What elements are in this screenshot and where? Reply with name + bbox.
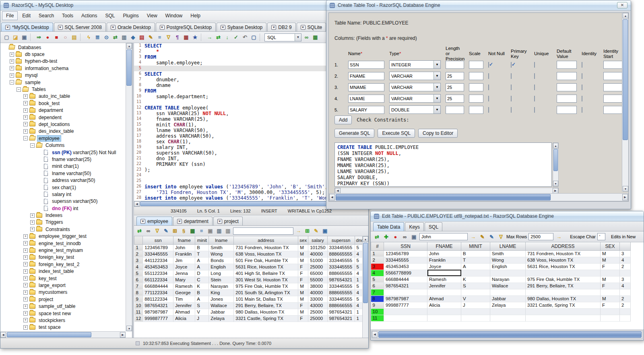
results-cell[interactable]: 333445555 <box>327 244 355 251</box>
edit-cell[interactable] <box>526 315 601 321</box>
results-cell[interactable]: King <box>209 289 234 296</box>
tree-expander-icon[interactable]: + <box>10 59 14 64</box>
scroll-down-icon[interactable]: ▼ <box>126 326 132 331</box>
scroll-left-icon[interactable]: ◀ <box>0 332 6 338</box>
edit-cell[interactable] <box>461 289 490 295</box>
edit-cell[interactable]: Narayan <box>490 276 526 283</box>
column-scale-input[interactable] <box>469 106 483 114</box>
tree-expander-icon[interactable]: + <box>23 241 28 246</box>
close-tab-icon[interactable]: ✕ <box>177 219 182 224</box>
results-row[interactable]: 1123456789JohnBSmith731 Fondren, Houston… <box>134 244 365 251</box>
column-name-input[interactable] <box>348 72 384 80</box>
edit-cell[interactable]: 3 <box>620 250 631 257</box>
column-scale-input[interactable] <box>469 83 483 91</box>
identity-checkbox[interactable] <box>582 96 582 101</box>
copy-to-editor-button[interactable]: Copy to Editor <box>418 129 458 138</box>
results-cell[interactable]: English <box>209 264 234 270</box>
tree-item[interactable]: −Tables <box>0 86 126 93</box>
results-column-header[interactable]: fname <box>173 236 195 244</box>
execute-icon[interactable]: → <box>206 33 213 41</box>
connect-icon[interactable]: ● <box>44 33 52 41</box>
edit-row-number[interactable]: 2 <box>371 257 384 263</box>
results-cell[interactable]: Smith <box>209 244 234 251</box>
refresh-icon[interactable]: ⇄ <box>373 233 381 241</box>
close-tab-icon[interactable]: ✕ <box>5 25 10 30</box>
primary-key-checkbox[interactable] <box>511 107 512 113</box>
chevron-down-icon[interactable]: ▼ <box>295 34 301 41</box>
connection-tab[interactable]: ✕*MySQL Desktop <box>1 23 53 31</box>
edit-cell[interactable]: 987987987 <box>384 295 427 302</box>
edit-cell[interactable] <box>620 315 631 321</box>
edit-column-header[interactable]: LNAME <box>490 242 526 250</box>
tree-item[interactable]: address varchar(50) <box>0 177 126 184</box>
results-row-number[interactable]: 9 <box>134 296 143 302</box>
identity-checkbox[interactable] <box>582 73 582 79</box>
find-icon[interactable]: ⊙ <box>103 33 110 41</box>
tree-expander-icon[interactable]: + <box>10 52 14 57</box>
edit-tab-keys[interactable]: Keys <box>405 222 424 231</box>
edit-cell[interactable]: Smith <box>490 250 526 257</box>
window-scroll-thumb[interactable] <box>623 19 628 140</box>
edit-row-number[interactable]: 11 <box>371 315 384 321</box>
tree-expander-icon[interactable]: + <box>23 234 28 239</box>
default-value-input[interactable] <box>557 106 577 114</box>
connection-tab[interactable]: ✕SQL Server 2008 <box>54 23 106 31</box>
edit-row-number[interactable]: 9 <box>371 302 384 308</box>
tree-scroll-thumb[interactable] <box>126 50 132 86</box>
unique-checkbox[interactable] <box>534 62 535 68</box>
add-button[interactable]: Add <box>334 116 352 124</box>
identity-start-input[interactable] <box>603 83 623 91</box>
results-row[interactable]: 10987654321JenniferSWallace291 Berry, Be… <box>134 302 365 309</box>
results-cell[interactable]: 888666555 <box>327 302 355 309</box>
escape-char-input[interactable] <box>597 233 605 240</box>
tree-item[interactable]: dno (FK) int <box>0 205 126 212</box>
generate-sql-button[interactable]: Generate SQL <box>334 129 374 138</box>
edit-cell[interactable]: 980 Dallas, Houston TX <box>526 295 601 302</box>
edit-cell[interactable]: 453453453 <box>384 263 427 270</box>
edit-cell[interactable] <box>601 270 620 276</box>
edit-cell[interactable]: Franklin <box>427 257 461 263</box>
results-cell[interactable]: Wallace <box>209 302 234 309</box>
edit-row-number[interactable]: 4 <box>371 270 384 276</box>
edit-cell[interactable]: Ahmad <box>427 295 461 302</box>
tree-item[interactable]: +dept_locations <box>0 121 126 128</box>
results-cell[interactable]: George <box>173 289 195 296</box>
identity-start-input[interactable] <box>603 72 623 80</box>
results-cell[interactable]: 55000 <box>308 277 327 283</box>
menu-tools[interactable]: Tools <box>58 12 77 20</box>
close-tab-icon[interactable]: ✕ <box>217 219 222 224</box>
edit-table-row[interactable]: 10 <box>371 308 631 315</box>
column-type-select[interactable]: VARCHAR▼ <box>389 94 441 103</box>
edit-cell[interactable]: F <box>601 263 620 270</box>
default-value-input[interactable] <box>557 83 577 91</box>
tree-item[interactable]: minit char(1) <box>0 163 126 170</box>
tree-item[interactable]: salary int <box>0 191 126 198</box>
tree-expander-icon[interactable]: + <box>23 311 28 316</box>
tree-expander-icon[interactable]: + <box>30 220 35 225</box>
tree-expander-icon[interactable]: + <box>23 290 28 295</box>
copy-icon[interactable]: ▥ <box>120 33 128 41</box>
scroll-up-icon[interactable]: ▲ <box>126 43 132 49</box>
sql-mode-select[interactable]: SQL▼ <box>264 33 301 41</box>
edit-cell[interactable]: 5566778899 <box>384 270 427 276</box>
close-tab-icon[interactable]: ✕ <box>221 25 225 30</box>
glasses-icon[interactable]: ∞ <box>401 233 409 241</box>
results-cell[interactable]: 51000 <box>308 257 327 264</box>
results-row[interactable]: 6661122334MaryCStein301 West St. Houston… <box>134 277 365 283</box>
results-cell[interactable]: K <box>195 283 209 289</box>
close-tab-icon[interactable]: ✕ <box>58 25 63 30</box>
export-icon[interactable]: ▦ <box>189 227 196 235</box>
results-cell[interactable]: F <box>298 277 308 283</box>
tree-expander-icon[interactable]: + <box>23 101 28 105</box>
results-cell[interactable]: 5631 Rice, Houston TX <box>234 264 298 270</box>
edit-cell[interactable] <box>427 308 461 315</box>
menu-window[interactable]: Window <box>162 12 186 20</box>
edit-column-header[interactable]: # <box>371 242 384 250</box>
export-grid-icon[interactable]: ▦ <box>182 33 190 41</box>
results-cell[interactable]: John <box>173 244 195 251</box>
copy-icon[interactable]: ▥ <box>215 227 223 235</box>
edit-cell[interactable] <box>490 308 526 315</box>
tree-expander-icon[interactable]: + <box>23 94 28 99</box>
results-cell[interactable]: 661122334 <box>143 277 173 283</box>
results-cell[interactable]: 333445555 <box>143 251 173 257</box>
